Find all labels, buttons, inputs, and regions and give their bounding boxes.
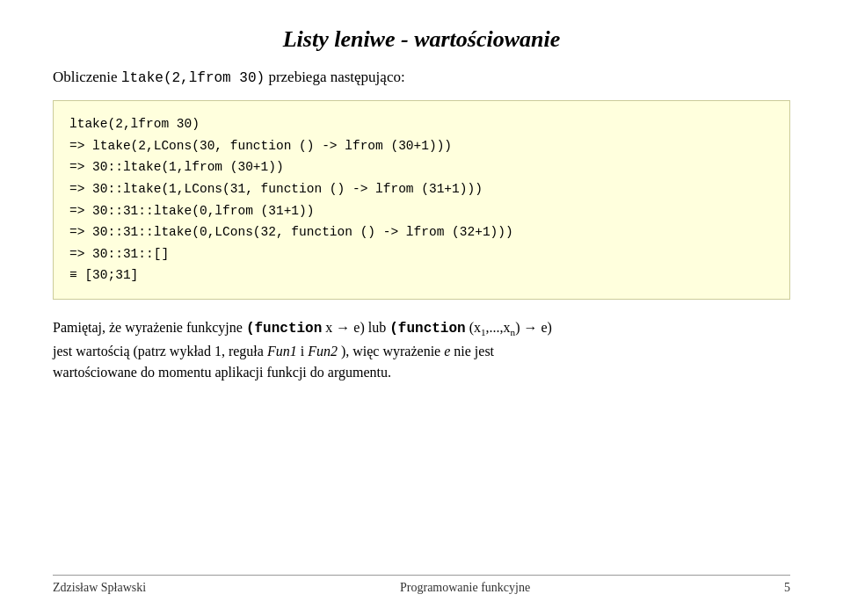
bottom-text2: lub [368, 320, 389, 335]
bottom-text4: i [301, 344, 308, 359]
code-line-6: => 30::31::ltake(0,LCons(32, function ()… [69, 221, 774, 243]
expr1-content: x → e) [325, 320, 364, 335]
subn: n [511, 327, 516, 337]
bottom-text5: ), więc wyrażenie [341, 344, 444, 359]
footer-course: Programowanie funkcyjne [400, 581, 530, 595]
sub1: 1 [481, 327, 486, 337]
code-line-5: => 30::31::ltake(0,lfrom (31+1)) [69, 200, 774, 222]
page-title: Listy leniwe - wartościowanie [53, 26, 790, 53]
footer-author: Zdzisław Spławski [53, 581, 146, 595]
bottom-text1: Pamiętaj, że wyrażenie funkcyjne [53, 320, 246, 335]
intro-suffix: przebiega następująco: [268, 69, 404, 85]
intro-paragraph: Obliczenie ltake(2,lfrom 30) przebiega n… [53, 69, 790, 86]
bottom-text7: wartościowane do momentu aplikacji funkc… [53, 365, 391, 380]
code-line-3: => 30::ltake(1,lfrom (30+1)) [69, 156, 774, 178]
bottom-text3: jest wartością (patrz wykład 1, reguła [53, 344, 267, 359]
intro-code: ltake(2,lfrom 30) [121, 70, 265, 86]
fun1-label: Fun1 [267, 344, 297, 359]
code-line-2: => ltake(2,LCons(30, function () -> lfro… [69, 135, 774, 157]
intro-label: Obliczenie [53, 69, 118, 85]
code-line-7: => 30::31::[] [69, 243, 774, 265]
bottom-text6: nie jest [454, 344, 494, 359]
e-variable: e [444, 344, 450, 359]
fun2-label: Fun2 [308, 344, 338, 359]
function-keyword-1: (function [246, 321, 322, 337]
function-keyword-2: (function [389, 321, 465, 337]
bottom-paragraph: Pamiętaj, że wyrażenie funkcyjne (functi… [53, 317, 790, 384]
expr2-content: (x1,...,xn) → e) [469, 320, 552, 335]
page-container: Listy leniwe - wartościowanie Obliczenie… [0, 0, 843, 616]
code-block: ltake(2,lfrom 30) => ltake(2,LCons(30, f… [53, 100, 790, 300]
footer-page-number: 5 [784, 581, 790, 595]
code-line-4: => 30::ltake(1,LCons(31, function () -> … [69, 178, 774, 200]
code-line-1: ltake(2,lfrom 30) [69, 113, 774, 135]
code-line-8: ≡ [30;31] [69, 265, 774, 286]
footer: Zdzisław Spławski Programowanie funkcyjn… [53, 575, 790, 595]
